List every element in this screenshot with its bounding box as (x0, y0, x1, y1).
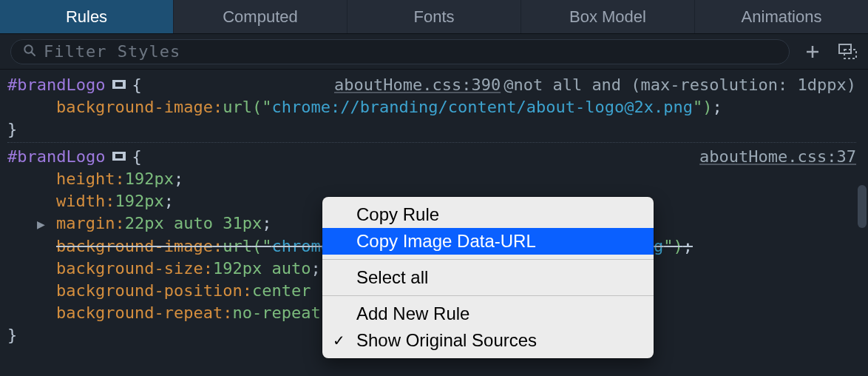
quote: (" (252, 235, 272, 258)
tab-rules[interactable]: Rules (0, 0, 174, 33)
search-icon (23, 44, 36, 60)
ctx-add-new-rule[interactable]: Add New Rule (322, 301, 654, 327)
rule-header: #brandLogo { aboutHome.css:390 @not all … (7, 74, 856, 96)
stacked-rects-icon (838, 44, 858, 60)
property-name[interactable]: background-size (56, 258, 203, 280)
colon: : (213, 96, 223, 118)
colon: : (115, 168, 124, 190)
highlight-nodes-button[interactable] (111, 150, 127, 163)
property-name[interactable]: background-repeat (56, 302, 223, 324)
media-query: @not all and (max-resolution: 1dppx) (503, 74, 856, 96)
tab-fonts[interactable]: Fonts (347, 0, 521, 33)
rule-selector[interactable]: #brandLogo (7, 74, 105, 96)
colon: : (243, 280, 252, 302)
rule-declarations: background-image: url("chrome://branding… (7, 96, 856, 118)
devtools-sidebar-tabs: Rules Computed Fonts Box Model Animation… (0, 0, 868, 34)
quote: (" (252, 96, 272, 118)
property-value[interactable]: 192px auto (213, 258, 311, 280)
property-value[interactable]: url (223, 235, 252, 258)
property-name[interactable]: background-image (56, 96, 213, 118)
scrollbar-thumb[interactable] (858, 185, 867, 228)
check-icon: ✓ (333, 329, 345, 352)
svg-line-1 (32, 52, 35, 56)
semicolon: ; (174, 168, 183, 190)
property-name[interactable]: margin (56, 212, 115, 235)
property-name[interactable]: background-position (56, 280, 243, 302)
semicolon: ; (164, 190, 174, 212)
ctx-copy-rule[interactable]: Copy Rule (322, 201, 654, 228)
ctx-select-all[interactable]: Select all (322, 264, 654, 291)
property-value[interactable]: no-repeat (232, 302, 320, 324)
url-value[interactable]: chrome://branding/content/about-logo@2x.… (271, 96, 693, 118)
property-value[interactable]: 192px (125, 168, 174, 190)
highlight-icon (111, 78, 127, 90)
property-value[interactable]: url (223, 96, 252, 118)
rules-toolbar (0, 34, 868, 70)
expand-shorthand-icon[interactable]: ▶ (37, 213, 56, 235)
rule-source[interactable]: aboutHome.css:37 (699, 146, 856, 168)
toggle-pseudo-button[interactable] (835, 39, 861, 64)
colon: : (223, 302, 232, 324)
property-name[interactable]: height (56, 168, 115, 190)
open-brace: { (132, 74, 141, 96)
filter-styles-field[interactable] (10, 39, 790, 64)
source-link[interactable]: aboutHome.css:390 (334, 74, 501, 96)
highlight-icon (111, 150, 127, 162)
context-menu-separator (322, 295, 654, 296)
declaration[interactable]: height: 192px; (56, 168, 856, 190)
property-value[interactable]: 22px auto 31px (125, 212, 262, 235)
tab-computed[interactable]: Computed (174, 0, 347, 33)
ctx-show-original-sources[interactable]: ✓ Show Original Sources (322, 327, 654, 354)
css-rule: #brandLogo { aboutHome.css:390 @not all … (7, 71, 856, 142)
rule-source[interactable]: aboutHome.css:390 @not all and (max-reso… (334, 74, 856, 96)
ctx-copy-image-data-url[interactable]: Copy Image Data-URL (322, 228, 654, 255)
tab-box-model[interactable]: Box Model (521, 0, 695, 33)
declaration[interactable]: background-image: url("chrome://branding… (56, 96, 856, 118)
semicolon: ; (683, 235, 693, 258)
rules-pane: #brandLogo { aboutHome.css:390 @not all … (0, 70, 868, 358)
close-brace: } (7, 118, 856, 141)
property-name[interactable]: width (56, 190, 105, 212)
highlight-nodes-button[interactable] (111, 78, 127, 91)
context-menu: Copy Rule Copy Image Data-URL Select all… (322, 197, 654, 358)
property-value[interactable]: 192px (115, 190, 163, 212)
colon: : (115, 212, 124, 235)
quote: ") (663, 235, 683, 258)
tab-animations[interactable]: Animations (695, 0, 868, 33)
colon: : (213, 235, 223, 258)
rule-selector[interactable]: #brandLogo (7, 146, 105, 168)
context-menu-separator (322, 259, 654, 260)
colon: : (105, 190, 115, 212)
plus-icon (804, 44, 821, 60)
ctx-item-label: Show Original Sources (356, 329, 537, 352)
rule-header: #brandLogo { aboutHome.css:37 (7, 146, 856, 168)
quote: ") (693, 96, 713, 118)
colon: : (203, 258, 213, 280)
semicolon: ; (712, 96, 722, 118)
add-rule-button[interactable] (800, 39, 825, 64)
open-brace: { (132, 146, 141, 168)
semicolon: ; (262, 212, 271, 235)
filter-styles-input[interactable] (44, 42, 777, 61)
source-link[interactable]: aboutHome.css:37 (699, 146, 856, 168)
svg-rect-7 (115, 82, 123, 87)
semicolon: ; (311, 258, 320, 280)
property-name[interactable]: background-image (56, 235, 213, 258)
svg-rect-9 (115, 154, 123, 158)
